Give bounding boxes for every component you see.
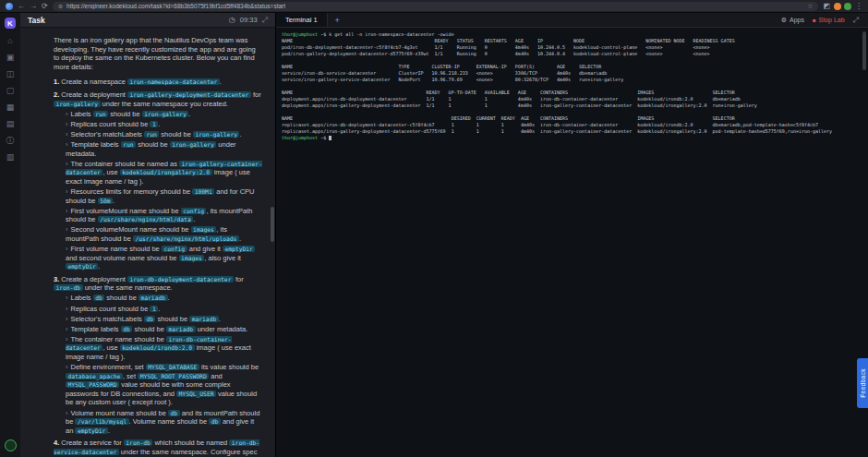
- terminal-tab[interactable]: Terminal 1: [276, 13, 328, 27]
- task-expand-icon[interactable]: ⤢: [262, 16, 268, 25]
- code-chip: iron-db-deployment-datacenter: [127, 276, 234, 283]
- task-subitem: ›Labels db should be mariadb.: [54, 294, 262, 303]
- task-subitem: ›The container should be named as iron-g…: [54, 160, 262, 186]
- code-chip: MYSQL_DATABASE: [146, 364, 199, 370]
- back-icon[interactable]: ←: [18, 3, 25, 10]
- terminal-output[interactable]: thor@jumphost ~$ k get all -n iron-names…: [276, 28, 868, 457]
- extensions-icon[interactable]: ◩: [823, 3, 830, 10]
- task-subitem: ›Selector's matchLabels db should be mar…: [54, 315, 262, 324]
- terminal-expand-icon[interactable]: ⤢: [853, 16, 859, 25]
- browser-chrome: ← → ⟳ ⚙ https://engineer.kodekloud.com/t…: [0, 0, 868, 13]
- code-chip: db: [121, 326, 133, 332]
- task-subitem: ›Selector's matchLabels run should be ir…: [54, 130, 262, 139]
- screen: ← → ⟳ ⚙ https://engineer.kodekloud.com/t…: [0, 0, 868, 457]
- code-chip: emptyDir: [75, 427, 107, 434]
- code-chip: db: [209, 418, 221, 425]
- terminal-line: replicaset.apps/iron-db-deployment-datac…: [282, 122, 862, 128]
- task-panel-title: Task: [28, 16, 45, 25]
- code-chip: MYSQL_ROOT_PASSWORD: [138, 373, 209, 379]
- terminal-line: NAME READY STATUS RESTARTS AGE IP NODE N…: [282, 38, 862, 44]
- rail-icons: ⌂▣◫▢▦▤ⓘ▥: [6, 37, 15, 162]
- code-chip: iron-namespace-datacenter: [127, 78, 220, 85]
- code-chip: db: [144, 316, 156, 322]
- profile-avatar[interactable]: [844, 3, 851, 10]
- code-chip: run: [121, 141, 136, 148]
- terminal-line: NAME DESIRED CURRENT READY AGE CONTAINER…: [282, 115, 862, 122]
- terminal-line: deployment.apps/iron-db-deployment-datac…: [282, 96, 862, 102]
- feedback-button[interactable]: Feedback: [857, 358, 868, 408]
- url-bar[interactable]: ⚙ https://engineer.kodekloud.com/task?id…: [53, 2, 819, 11]
- terminal-line: [282, 57, 862, 64]
- code-chip: /usr/share/nginx/html/uploads: [133, 235, 239, 242]
- package-icon[interactable]: ▢: [6, 87, 15, 95]
- code-chip: 50m: [98, 198, 113, 204]
- new-terminal-button[interactable]: +: [328, 16, 347, 25]
- task-intro: There is an iron gallery app that the Na…: [54, 36, 262, 71]
- task-subitem: ›Template labels run should be iron-gall…: [54, 140, 262, 158]
- site-settings-icon[interactable]: ⚙: [58, 3, 63, 9]
- forward-icon[interactable]: →: [30, 3, 37, 10]
- code-chip: emptyDir: [66, 263, 98, 270]
- task-body: There is an iron gallery app that the Na…: [20, 28, 275, 457]
- task-subitem: ›First volume name should be config and …: [54, 245, 262, 271]
- code-chip: mariadb: [139, 295, 168, 301]
- terminal-line: pod/iron-gallery-deployment-datacenter-d…: [282, 51, 862, 57]
- code-chip: images: [191, 226, 217, 233]
- terminal-line: NAME READY UP-TO-DATE AVAILABLE AGE CONT…: [282, 90, 862, 96]
- profile-avatars: [834, 3, 851, 10]
- terminal-actions: ⚙ Apps ■ Stop Lab ⤢: [781, 16, 868, 25]
- url-text: https://engineer.kodekloud.com/task?id=6…: [66, 3, 285, 9]
- stop-lab-button[interactable]: ■ Stop Lab: [813, 17, 845, 23]
- terminal-line: [282, 109, 862, 115]
- terminal-line: deployment.apps/iron-gallery-deployment-…: [282, 102, 862, 109]
- task-item: 3.Create a deployment iron-db-deployment…: [54, 275, 262, 436]
- kodekloud-logo[interactable]: K: [5, 18, 16, 29]
- calendar-icon[interactable]: ▦: [6, 103, 15, 112]
- home-icon[interactable]: ⌂: [7, 37, 12, 45]
- task-subitem: ›Replicas count should be 1.: [54, 305, 262, 314]
- code-chip: kodekloud/irondb:2.0: [120, 344, 195, 351]
- docs-icon[interactable]: ▥: [6, 153, 15, 162]
- code-chip: iron-gallery: [193, 131, 240, 138]
- code-chip: database_apache: [66, 373, 123, 379]
- terminal-line: service/iron-gallery-service-datacenter …: [282, 77, 862, 83]
- terminal-line: service/iron-db-service-datacenter Clust…: [282, 70, 862, 77]
- chart-icon[interactable]: ◫: [6, 70, 15, 78]
- code-chip: iron-gallery: [142, 111, 189, 117]
- code-chip: emptyDir: [223, 246, 255, 252]
- terminal-line: thor@jumphost ~$ k get all -n iron-names…: [282, 31, 862, 38]
- code-chip: MYSQL_USER: [176, 391, 216, 397]
- gear-icon: ⚙: [781, 17, 787, 24]
- code-chip: MYSQL_PASSWORD: [66, 381, 119, 388]
- terminal-scrollbar-thumb[interactable]: [862, 31, 866, 70]
- stop-icon: ■: [813, 18, 816, 23]
- code-chip: 100Mi: [192, 188, 214, 195]
- grid-icon[interactable]: ▤: [6, 120, 15, 128]
- profile-avatar[interactable]: [834, 3, 841, 10]
- terminal-line: thor@jumphost ~$: [282, 135, 862, 141]
- task-timer: 09:33: [240, 16, 258, 24]
- task-subitem: ›The container name should be iron-db-co…: [54, 335, 262, 362]
- task-item-list: 1.Create a namespace iron-namespace-data…: [54, 78, 262, 457]
- task-item: 4.Create a service for iron-db which sho…: [54, 439, 262, 457]
- task-scrollbar-thumb[interactable]: [271, 207, 274, 242]
- terminal-panel: Terminal 1 + ⚙ Apps ■ Stop Lab ⤢ thor@ju…: [276, 13, 868, 457]
- task-subitem: ›Labels run should be iron-gallery.: [54, 110, 262, 119]
- code-chip: iron-db: [124, 439, 153, 446]
- code-chip: db: [93, 295, 105, 301]
- code-chip: mariadb: [166, 326, 196, 332]
- user-avatar[interactable]: [5, 439, 17, 451]
- terminal-line: NAME TYPE CLUSTER-IP EXTERNAL-IP PORT(S)…: [282, 64, 862, 70]
- code-chip: /usr/share/nginx/html/data: [98, 216, 194, 222]
- labs-icon[interactable]: ▣: [6, 54, 15, 62]
- app-frame: K ⌂▣◫▢▦▤ⓘ▥ Task ◷ 09:33 ⤢ There is an ir…: [0, 13, 868, 457]
- timer-clock-icon: ◷: [229, 16, 235, 24]
- info-icon[interactable]: ⓘ: [6, 137, 15, 145]
- bookmark-icon[interactable]: ☆: [807, 3, 813, 10]
- reload-icon[interactable]: ⟳: [42, 3, 48, 10]
- menu-icon[interactable]: ⋮: [855, 3, 862, 10]
- task-subitem: ›Define environment, set MYSQL_DATABASE …: [54, 363, 262, 407]
- task-subitem: ›Volume mount name should be db and its …: [54, 409, 262, 436]
- code-chip: /var/lib/mysql: [75, 418, 128, 425]
- apps-button[interactable]: ⚙ Apps: [781, 17, 804, 24]
